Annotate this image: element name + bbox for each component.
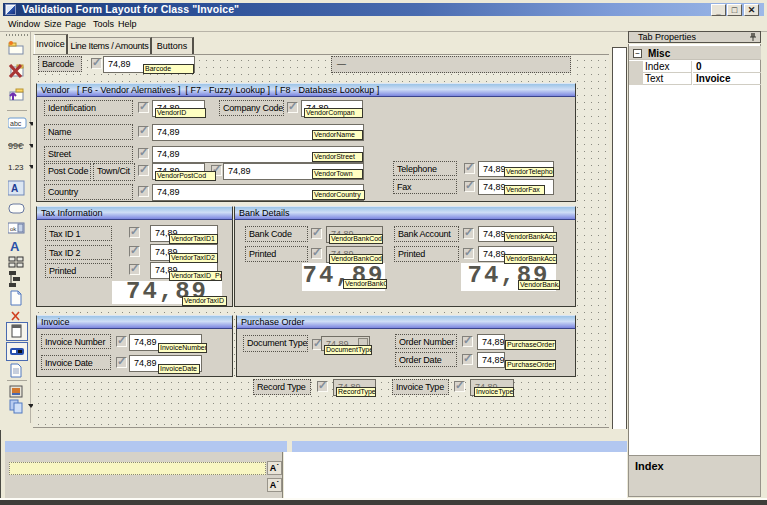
- svg-text:abc: abc: [10, 120, 22, 127]
- svg-text:A: A: [11, 183, 18, 194]
- svg-text:A: A: [10, 239, 20, 253]
- svg-text:ok: ok: [10, 226, 17, 232]
- svg-text:99€: 99€: [8, 141, 23, 151]
- svg-text:1.23: 1.23: [8, 163, 24, 172]
